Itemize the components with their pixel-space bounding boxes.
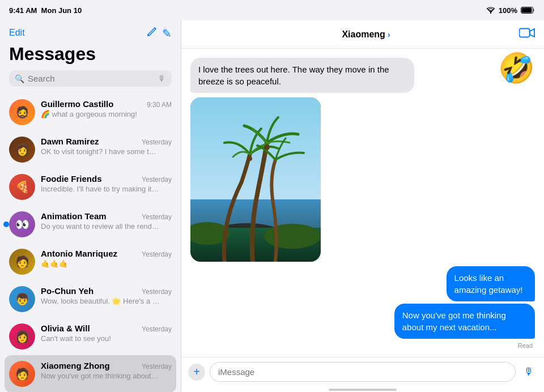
status-bar: 9:41 AM Mon Jun 10 100% [0, 0, 544, 20]
conversation-item[interactable]: 👩Olivia & WillYesterdayCan't wait to see… [0, 318, 181, 355]
conversation-item[interactable]: 🧑Xiaomeng ZhongYesterdayNow you've got m… [5, 355, 176, 392]
app-container: Edit ✎ Messages 🔍 🎙 [0, 20, 544, 392]
svg-rect-5 [519, 28, 529, 37]
svg-point-15 [264, 144, 270, 150]
sidebar-top-row: Edit ✎ [9, 25, 172, 40]
status-right: 100% [486, 6, 535, 15]
photo-message[interactable]: ⬆ [190, 97, 321, 262]
conversation-time: Yesterday [142, 363, 172, 370]
conversation-time: 9:30 AM [147, 101, 172, 109]
unread-dot [3, 221, 9, 227]
conversation-preview: 🌈 what a gorgeous morning! [41, 110, 160, 118]
conversation-preview: Do you want to review all the renders to… [41, 222, 160, 231]
conversation-info: Animation TeamYesterdayDo you want to re… [41, 211, 172, 231]
search-bar[interactable]: 🔍 🎙 [9, 70, 172, 87]
conversation-info: Dawn RamirezYesterdayOK to visit tonight… [41, 137, 172, 156]
avatar: 👦 [9, 286, 35, 312]
message-bubble-incoming: I love the trees out here. The way they … [190, 58, 414, 93]
conversation-name: Xiaomeng Zhong [41, 361, 110, 370]
svg-point-14 [248, 156, 252, 161]
svg-rect-3 [522, 8, 532, 13]
conversation-item[interactable]: 🧑Antonio ManriquezYesterday🤙🤙🤙 [0, 243, 181, 280]
conversation-preview: Incredible. I'll have to try making it m… [41, 185, 160, 193]
conversation-time: Yesterday [142, 288, 172, 296]
battery-label: 100% [499, 6, 517, 15]
photo-image [190, 97, 321, 262]
search-icon: 🔍 [15, 74, 24, 83]
add-button[interactable]: + [188, 364, 205, 381]
conversation-preview: Now you've got me thinking about my next… [41, 372, 160, 380]
search-input[interactable] [28, 74, 158, 83]
messages-area: 🤣 I love the trees out here. The way the… [181, 49, 544, 357]
svg-rect-2 [533, 9, 535, 12]
avatar: 🧑 [9, 249, 35, 275]
conversation-time: Yesterday [142, 138, 172, 146]
message-input[interactable] [210, 362, 516, 382]
conversation-info: Po-Chun YehYesterdayWow, looks beautiful… [41, 286, 172, 305]
wifi-icon [486, 7, 495, 14]
sidebar-title: Messages [9, 44, 172, 65]
chat-area: Xiaomeng › 🤣 I love the trees out here. … [181, 20, 544, 392]
chevron-right-icon: › [388, 30, 390, 39]
avatar: 👀 [9, 211, 35, 237]
conversation-preview: Can't wait to see you! [41, 334, 160, 343]
conversation-info: Olivia & WillYesterdayCan't wait to see … [41, 323, 172, 343]
message-row: I love the trees out here. The way they … [190, 58, 535, 93]
svg-point-0 [490, 12, 491, 14]
conversation-item[interactable]: 👩Dawn RamirezYesterdayOK to visit tonigh… [0, 131, 181, 168]
conversation-name: Dawn Ramirez [41, 137, 99, 146]
message-row-out2: Now you've got me thinking about my next… [318, 304, 535, 339]
chat-contact-name: Xiaomeng [342, 29, 385, 40]
chat-header-center[interactable]: Xiaomeng › [342, 29, 390, 40]
mic-icon: 🎙 [158, 74, 166, 83]
conversation-name: Olivia & Will [41, 323, 90, 333]
conversation-time: Yesterday [142, 213, 172, 221]
conversation-name: Po-Chun Yeh [41, 286, 94, 296]
chat-header: Xiaomeng › [181, 20, 544, 49]
compose-button[interactable]: ✎ [146, 25, 172, 40]
conversation-preview: OK to visit tonight? I have some things … [41, 147, 160, 156]
sidebar-header: Edit ✎ Messages 🔍 🎙 [0, 20, 181, 93]
facetime-icon [519, 27, 535, 39]
message-bubble-out1: Looks like an amazing getaway! [447, 266, 535, 301]
conversation-info: Antonio ManriquezYesterday🤙🤙🤙 [41, 249, 172, 268]
conversation-item[interactable]: 👦Po-Chun YehYesterdayWow, looks beautifu… [0, 280, 181, 318]
message-row-photo: ⬆ [190, 97, 535, 262]
home-indicator [329, 389, 397, 391]
conversation-time: Yesterday [142, 250, 172, 258]
conversation-name: Antonio Manriquez [41, 249, 117, 258]
message-bubble-out2: Now you've got me thinking about my next… [394, 304, 535, 339]
avatar: 🧑 [9, 361, 35, 387]
photo-svg [190, 97, 321, 262]
sidebar: Edit ✎ Messages 🔍 🎙 [0, 20, 181, 392]
conversation-preview: 🤙🤙🤙 [41, 259, 160, 268]
input-bar: + 🎙 [181, 357, 544, 386]
avatar: 👩 [9, 323, 35, 350]
edit-button[interactable]: Edit [9, 28, 25, 38]
compose-icon [146, 25, 159, 37]
avatar: 🍕 [9, 174, 35, 200]
avatar: 👩 [9, 137, 35, 163]
message-row-out1: Looks like an amazing getaway! [398, 266, 535, 301]
avatar: 🧔 [9, 99, 35, 125]
mic-button[interactable]: 🎙 [520, 364, 537, 381]
conversation-name: Foodie Friends [41, 174, 102, 184]
battery-icon [521, 7, 535, 14]
conversation-name: Animation Team [41, 211, 107, 221]
conversation-preview: Wow, looks beautiful. 🌟 Here's a photo o… [41, 297, 160, 305]
facetime-button[interactable] [519, 27, 535, 42]
conversation-time: Yesterday [142, 325, 172, 333]
conversation-info: Guillermo Castillo9:30 AM🌈 what a gorgeo… [41, 99, 172, 118]
emoji-reaction: 🤣 [498, 53, 535, 83]
outgoing-messages: Looks like an amazing getaway! Now you'v… [190, 266, 535, 349]
conversation-item[interactable]: 👀Animation TeamYesterdayDo you want to r… [0, 206, 181, 243]
read-receipt: Read [518, 342, 533, 349]
conversation-item[interactable]: 🍕Foodie FriendsYesterdayIncredible. I'll… [0, 168, 181, 206]
status-time: 9:41 AM Mon Jun 10 [9, 6, 82, 15]
conversation-info: Foodie FriendsYesterdayIncredible. I'll … [41, 174, 172, 193]
svg-point-13 [264, 224, 321, 249]
conversation-item[interactable]: 🧔Guillermo Castillo9:30 AM🌈 what a gorge… [0, 93, 181, 131]
conversation-list: 🧔Guillermo Castillo9:30 AM🌈 what a gorge… [0, 93, 181, 392]
conversation-name: Guillermo Castillo [41, 99, 113, 109]
conversation-time: Yesterday [142, 176, 172, 184]
